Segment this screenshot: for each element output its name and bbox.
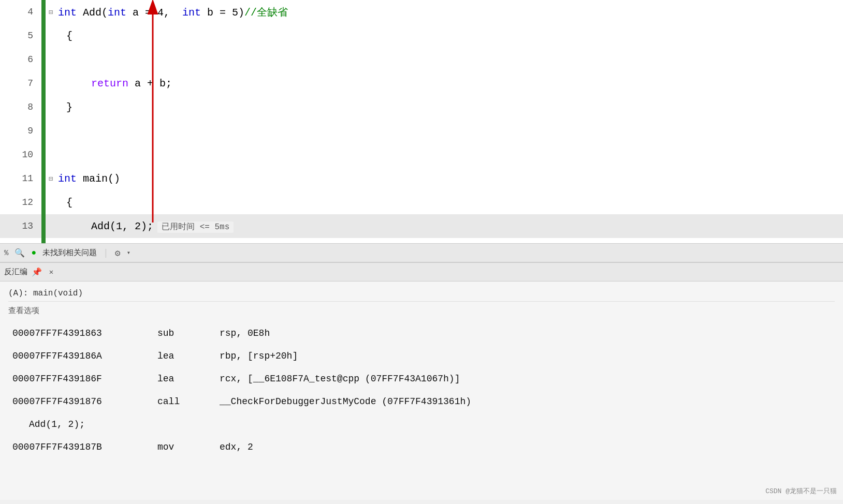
green-bar-12	[41, 190, 46, 214]
panel-scope: (A): main(void)	[8, 286, 835, 302]
green-bar-9	[41, 119, 46, 143]
status-search-icon: 🔍	[14, 248, 25, 258]
line-number-6: 6	[0, 54, 41, 65]
panel-pin-icon[interactable]: 📌	[32, 267, 42, 277]
disasm-op-3: lea	[153, 367, 215, 390]
disasm-add-call: Add(1, 2);	[8, 413, 835, 436]
fold-4[interactable]: ⊟	[46, 8, 56, 17]
line-number-7: 7	[0, 78, 41, 88]
green-bar-7	[41, 71, 46, 95]
disasm-row-1: 00007FF7F4391863 sub rsp, 0E8h	[8, 322, 835, 345]
code-line-12: 12 {	[0, 190, 843, 214]
disasm-addr-4: 00007FF7F4391876	[8, 390, 153, 413]
disasm-addr-1: 00007FF7F4391863	[8, 322, 153, 345]
code-line-8: 8 }	[0, 95, 843, 119]
line-number-5: 5	[0, 31, 41, 41]
time-hint: 已用时间 <= 5ms	[157, 221, 234, 233]
disasm-operands-3: rcx, [__6E108F7A_test@cpp (07FF7F43A1067…	[215, 367, 835, 390]
green-bar-6	[41, 48, 46, 71]
code-line-9: 9	[0, 119, 843, 143]
code-line-4: 4 ⊟ int Add(int a = 4, int b = 5)//全缺省	[0, 0, 843, 24]
line-number-11: 11	[0, 173, 41, 184]
code-content-13: Add(1, 2);已用时间 <= 5ms	[64, 220, 843, 232]
code-lines: 4 ⊟ int Add(int a = 4, int b = 5)//全缺省 5…	[0, 0, 843, 243]
disasm-addr-5: 00007FF7F439187B	[8, 436, 153, 458]
status-no-issues: 未找到相关问题	[42, 248, 97, 258]
code-content-4: int Add(int a = 4, int b = 5)//全缺省	[56, 5, 843, 19]
panel-title-bar: 反汇编 📌 ✕	[0, 263, 843, 281]
disasm-table: 00007FF7F4391863 sub rsp, 0E8h 00007FF7F…	[8, 322, 835, 458]
status-separator: |	[103, 248, 109, 258]
code-content-5: {	[64, 30, 843, 42]
panel-view-options[interactable]: 查看选项	[8, 304, 835, 318]
disasm-operands-5: edx, 2	[215, 436, 835, 458]
panel-title: 反汇编	[4, 267, 27, 277]
code-line-5: 5 {	[0, 24, 843, 48]
disasm-addr-2: 00007FF7F439186A	[8, 345, 153, 367]
editor-area: 4 ⊟ int Add(int a = 4, int b = 5)//全缺省 5…	[0, 0, 843, 243]
green-bar-11	[41, 167, 46, 190]
code-line-7: 7 return a + b;	[0, 71, 843, 95]
status-check-icon: ●	[31, 248, 36, 258]
disasm-row-5: 00007FF7F439187B mov edx, 2	[8, 436, 835, 458]
green-bar-14	[41, 238, 46, 243]
status-bar: % 🔍 ● 未找到相关问题 | ⚙ ▾	[0, 243, 843, 262]
disasm-row-4: 00007FF7F4391876 call __CheckForDebugger…	[8, 390, 835, 413]
bottom-panel: 反汇编 📌 ✕ (A): main(void) 查看选项 00007FF7F43…	[0, 262, 843, 500]
green-bar-8	[41, 95, 46, 119]
status-gear-icon[interactable]: ⚙	[115, 247, 121, 259]
line-number-9: 9	[0, 126, 41, 136]
disasm-op-1: sub	[153, 322, 215, 345]
panel-content: (A): main(void) 查看选项 00007FF7F4391863 su…	[0, 281, 843, 463]
code-content-8: }	[64, 101, 843, 113]
line-number-13: 13	[0, 221, 41, 231]
line-number-4: 4	[0, 7, 41, 17]
disasm-row-3: 00007FF7F439186F lea rcx, [__6E108F7A_te…	[8, 367, 835, 390]
code-line-11: 11 ⊟ int main()	[0, 167, 843, 190]
status-percent: %	[4, 249, 8, 257]
green-bar-4	[41, 0, 46, 24]
green-bar-5	[41, 24, 46, 48]
code-content-12: {	[64, 197, 843, 209]
disasm-row-add-call: Add(1, 2);	[8, 413, 835, 436]
code-content-11: int main()	[56, 173, 843, 185]
line-number-10: 10	[0, 150, 41, 160]
code-line-10: 10	[0, 143, 843, 167]
watermark: CSDN @龙猫不是一只猫	[765, 486, 837, 496]
disasm-operands-2: rbp, [rsp+20h]	[215, 345, 835, 367]
green-bar-13	[41, 214, 46, 238]
disasm-op-4: call	[153, 390, 215, 413]
line-number-12: 12	[0, 197, 41, 207]
panel-close-button[interactable]: ✕	[46, 267, 56, 277]
disasm-op-5: mov	[153, 436, 215, 458]
fold-11[interactable]: ⊟	[46, 174, 56, 183]
code-line-13: 13 Add(1, 2);已用时间 <= 5ms	[0, 214, 843, 238]
disasm-row-2: 00007FF7F439186A lea rbp, [rsp+20h]	[8, 345, 835, 367]
green-bar-10	[41, 143, 46, 167]
disasm-operands-1: rsp, 0E8h	[215, 322, 835, 345]
disasm-op-2: lea	[153, 345, 215, 367]
disasm-addr-3: 00007FF7F439186F	[8, 367, 153, 390]
disasm-operands-4: __CheckForDebuggerJustMyCode (07FF7F4391…	[215, 390, 835, 413]
code-line-6: 6	[0, 48, 843, 71]
code-content-7: return a + b;	[64, 78, 843, 90]
line-number-8: 8	[0, 102, 41, 112]
status-dropdown-arrow[interactable]: ▾	[127, 249, 130, 257]
code-line-14: 14 return 0;	[0, 238, 843, 243]
